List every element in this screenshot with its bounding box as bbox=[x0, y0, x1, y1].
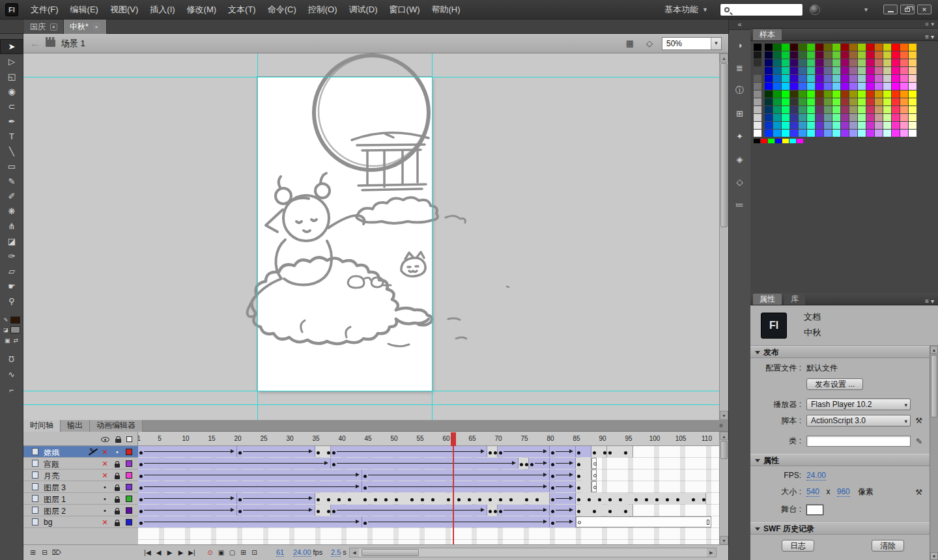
color-swatch[interactable] bbox=[824, 122, 832, 129]
color-swatch[interactable] bbox=[773, 130, 781, 137]
current-frame-value[interactable]: 61 bbox=[276, 548, 284, 557]
color-swatch[interactable] bbox=[909, 114, 917, 121]
color-swatch[interactable] bbox=[799, 91, 806, 98]
color-swatch[interactable] bbox=[866, 114, 874, 121]
player-dropdown[interactable]: Flash Player 10.2 bbox=[806, 399, 911, 410]
color-swatch[interactable] bbox=[799, 51, 806, 59]
color-swatch[interactable] bbox=[866, 59, 874, 66]
scroll-up-arrow[interactable]: ▲ bbox=[930, 346, 938, 354]
color-swatch[interactable] bbox=[824, 91, 832, 98]
color-swatch[interactable] bbox=[883, 130, 891, 137]
zoom-select[interactable]: 50% ▼ bbox=[662, 37, 722, 50]
color-swatch[interactable] bbox=[816, 122, 823, 129]
restore-button[interactable] bbox=[900, 5, 915, 14]
color-swatch[interactable] bbox=[841, 91, 849, 98]
color-swatch[interactable] bbox=[900, 67, 908, 74]
color-swatch[interactable] bbox=[799, 122, 806, 129]
color-swatch[interactable] bbox=[841, 67, 849, 74]
frame-span[interactable] bbox=[550, 493, 576, 504]
color-swatch[interactable] bbox=[807, 44, 815, 51]
color-swatch[interactable] bbox=[765, 114, 773, 121]
color-swatch[interactable] bbox=[849, 106, 857, 113]
fps-status-value[interactable]: 24.00 bbox=[293, 548, 311, 557]
timeline-ruler[interactable]: 1510152025303540455055606570758085909510… bbox=[138, 432, 719, 446]
color-swatch[interactable] bbox=[900, 130, 908, 137]
color-swatch[interactable] bbox=[807, 75, 815, 82]
color-swatch[interactable] bbox=[849, 130, 857, 137]
color-swatch[interactable] bbox=[782, 130, 789, 137]
layer-visibility-toggle[interactable]: ✕ bbox=[100, 458, 110, 469]
color-swatch[interactable] bbox=[799, 106, 806, 113]
frame-span[interactable] bbox=[607, 446, 633, 457]
layer-outline-color[interactable] bbox=[126, 449, 132, 455]
color-swatch[interactable] bbox=[883, 122, 891, 129]
color-swatch[interactable] bbox=[875, 44, 883, 51]
layer-visibility-toggle[interactable]: ✕ bbox=[100, 446, 110, 458]
scrollbar-thumb[interactable] bbox=[362, 549, 419, 556]
info-panel-icon[interactable]: ⓘ bbox=[732, 83, 748, 98]
color-swatch[interactable] bbox=[773, 91, 781, 98]
layer-lock-toggle[interactable] bbox=[112, 516, 122, 528]
color-swatch[interactable] bbox=[832, 83, 840, 90]
code-snippets-panel-icon[interactable]: ✦ bbox=[732, 129, 748, 143]
layer-frames-row[interactable] bbox=[138, 446, 717, 458]
color-swatch[interactable] bbox=[883, 91, 891, 98]
color-swatch[interactable] bbox=[849, 83, 857, 90]
color-swatch[interactable] bbox=[807, 114, 815, 121]
frame-span[interactable] bbox=[237, 446, 315, 457]
color-swatch[interactable] bbox=[875, 106, 883, 113]
timeline-vertical-scrollbar[interactable]: ▲ ▼ bbox=[719, 432, 728, 544]
frame-span[interactable] bbox=[138, 458, 331, 469]
color-swatch[interactable] bbox=[849, 59, 857, 66]
scroll-up-arrow[interactable]: ▲ bbox=[720, 432, 728, 440]
minimize-button[interactable] bbox=[883, 5, 898, 14]
color-swatch[interactable] bbox=[799, 44, 806, 51]
color-swatch[interactable] bbox=[892, 59, 900, 66]
color-swatch[interactable] bbox=[866, 75, 874, 82]
scrollbar-thumb[interactable] bbox=[931, 355, 937, 417]
color-swatch[interactable] bbox=[790, 51, 798, 59]
color-swatch[interactable] bbox=[841, 98, 849, 105]
color-swatch[interactable] bbox=[892, 83, 900, 90]
color-swatch[interactable] bbox=[900, 83, 908, 90]
color-swatch[interactable] bbox=[832, 51, 840, 59]
color-swatch[interactable] bbox=[909, 59, 917, 66]
color-swatch[interactable] bbox=[807, 98, 815, 105]
swap-colors-button[interactable]: ⇄ bbox=[13, 337, 18, 344]
class-input[interactable] bbox=[806, 436, 911, 447]
frame-span[interactable] bbox=[498, 505, 550, 516]
menubar-overflow-caret[interactable]: ▾ bbox=[864, 6, 868, 13]
color-swatch[interactable] bbox=[782, 67, 789, 74]
frame-span[interactable] bbox=[529, 458, 550, 469]
layer-outline-color[interactable] bbox=[126, 496, 132, 502]
color-swatch[interactable] bbox=[765, 106, 773, 113]
layer-row[interactable]: 月亮✕ bbox=[23, 469, 138, 481]
frame-span[interactable] bbox=[550, 516, 576, 527]
stroke-color-swatch[interactable] bbox=[10, 316, 20, 324]
frame-span[interactable] bbox=[550, 458, 576, 469]
publish-settings-button[interactable]: 发布设置 ... bbox=[806, 378, 863, 390]
basic-color-swatch[interactable] bbox=[768, 139, 775, 143]
color-swatch[interactable] bbox=[832, 91, 840, 98]
color-swatch[interactable] bbox=[816, 83, 823, 90]
color-swatch[interactable] bbox=[909, 51, 917, 59]
color-swatch[interactable] bbox=[832, 67, 840, 74]
dock-menu-icon[interactable]: ≡ bbox=[925, 21, 928, 27]
color-swatch[interactable] bbox=[841, 51, 849, 59]
color-swatch[interactable] bbox=[875, 51, 883, 59]
gray-swatch[interactable] bbox=[754, 114, 761, 121]
color-swatch[interactable] bbox=[824, 75, 832, 82]
color-swatch[interactable] bbox=[892, 98, 900, 105]
color-swatch[interactable] bbox=[883, 75, 891, 82]
tab-swatches[interactable]: 样本 bbox=[753, 29, 782, 40]
color-swatch[interactable] bbox=[858, 59, 866, 66]
color-swatch[interactable] bbox=[858, 51, 866, 59]
frame-span[interactable] bbox=[576, 446, 591, 457]
color-swatch[interactable] bbox=[782, 44, 789, 51]
default-colors-button[interactable]: ▣ bbox=[5, 337, 10, 344]
color-swatch[interactable] bbox=[866, 51, 874, 59]
color-swatch[interactable] bbox=[875, 130, 883, 137]
gray-swatch[interactable] bbox=[754, 75, 761, 82]
layer-visibility-toggle[interactable]: ✕ bbox=[100, 469, 110, 481]
color-swatch[interactable] bbox=[892, 44, 900, 51]
